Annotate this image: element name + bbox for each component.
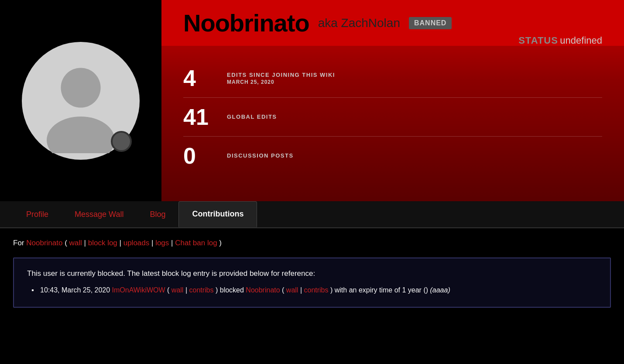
stats-area: 4 EDITS SINCE JOINING THIS WIKI MARCH 25… <box>183 46 602 184</box>
online-indicator <box>111 131 132 152</box>
discussion-posts-number: 0 <box>183 144 218 167</box>
blocker-wall-link[interactable]: wall <box>171 286 184 294</box>
status-value: undefined <box>560 35 602 46</box>
logs-link[interactable]: logs <box>155 239 169 247</box>
block-timestamp: 10:43, March 25, 2020 <box>40 286 112 294</box>
for-line: For Noobrinato ( wall | block log | uplo… <box>13 237 611 249</box>
block-log-list: 10:43, March 25, 2020 ImOnAWikiWOW ( wal… <box>27 285 597 296</box>
blocker-username-link[interactable]: ImOnAWikiWOW <box>112 286 165 294</box>
tab-profile[interactable]: Profile <box>13 202 62 227</box>
blocked-wall-link[interactable]: wall <box>286 286 298 294</box>
block-log-link[interactable]: block log <box>88 239 117 247</box>
status-area: STATUS undefined <box>518 35 602 46</box>
block-log-entry: 10:43, March 25, 2020 ImOnAWikiWOW ( wal… <box>31 285 597 296</box>
username-link[interactable]: Noobrinato <box>26 239 62 247</box>
status-label: STATUS <box>518 35 558 46</box>
uploads-link[interactable]: uploads <box>123 239 150 247</box>
blocked-user-link[interactable]: Noobrinato <box>246 286 280 294</box>
blocker-contribs-link[interactable]: contribs <box>189 286 213 294</box>
stat-row-wiki-edits: 4 EDITS SINCE JOINING THIS WIKI MARCH 25… <box>183 59 602 98</box>
chat-ban-log-link[interactable]: Chat ban log <box>175 239 217 247</box>
wiki-edits-label: EDITS SINCE JOINING THIS WIKI <box>227 71 335 79</box>
global-edits-number: 41 <box>183 106 218 128</box>
wiki-edits-number: 4 <box>183 67 218 89</box>
for-label: For <box>13 239 26 247</box>
svg-point-1 <box>61 68 100 107</box>
avatar-container <box>0 0 161 201</box>
profile-section: Noobrinato aka ZachNolan BANNED STATUS u… <box>0 0 624 201</box>
wiki-join-date: MARCH 25, 2020 <box>227 79 335 85</box>
wall-link[interactable]: wall <box>69 239 82 247</box>
block-notice-title: This user is currently blocked. The late… <box>27 269 597 278</box>
global-edits-label: GLOBAL EDITS <box>227 113 277 121</box>
aka-text: aka ZachNolan <box>318 16 400 30</box>
banned-badge: BANNED <box>409 17 452 29</box>
block-reason: (aaaa) <box>430 286 450 294</box>
profile-info-panel: Noobrinato aka ZachNolan BANNED STATUS u… <box>161 0 624 201</box>
blocked-contribs-link[interactable]: contribs <box>304 286 328 294</box>
block-notice: This user is currently blocked. The late… <box>13 258 611 308</box>
tab-contributions[interactable]: Contributions <box>178 201 257 227</box>
username: Noobrinato <box>183 9 309 37</box>
tab-blog[interactable]: Blog <box>137 202 178 227</box>
discussion-posts-label: DISCUSSION POSTS <box>227 152 294 160</box>
tab-message-wall[interactable]: Message Wall <box>62 202 137 227</box>
stat-row-global-edits: 41 GLOBAL EDITS <box>183 98 602 137</box>
tabs-bar: Profile Message Wall Blog Contributions <box>0 201 624 228</box>
stat-row-discussion-posts: 0 DISCUSSION POSTS <box>183 137 602 175</box>
contributions-content: For Noobrinato ( wall | block log | uplo… <box>0 228 624 359</box>
avatar-circle <box>22 42 140 160</box>
